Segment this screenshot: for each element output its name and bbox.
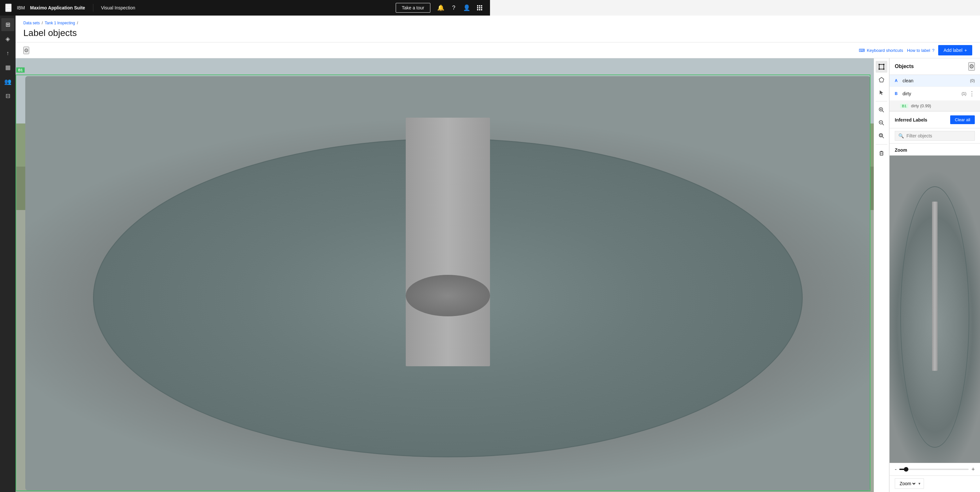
- breadcrumb: Data sets / Tank 1 Inspecting /: [23, 21, 490, 25]
- top-nav: ☰ IBM Maximo Application Suite Visual In…: [0, 0, 490, 16]
- canvas-area: B1: [16, 58, 490, 246]
- toolbar: ⚙ ⌨ Keyboard shortcuts How to label ? Ad…: [16, 43, 490, 58]
- sidebar-item-diamond[interactable]: ◈: [1, 32, 14, 45]
- sidebar-item-grid[interactable]: ⊞: [1, 18, 14, 31]
- breadcrumb-sep-2: /: [77, 21, 78, 25]
- user-icon[interactable]: 👤: [461, 3, 472, 13]
- breadcrumb-sep-1: /: [42, 21, 43, 25]
- notification-icon[interactable]: 🔔: [436, 3, 446, 13]
- product-name: Visual Inspection: [101, 5, 135, 10]
- sidebar-item-upload[interactable]: ↑: [1, 47, 14, 60]
- left-sidebar: ⊞ ◈ ↑ ▦ 👥 ⊟: [0, 16, 16, 246]
- nav-divider: [93, 4, 93, 12]
- page-header: Data sets / Tank 1 Inspecting / Label ob…: [16, 16, 490, 43]
- brand: IBM Maximo Application Suite: [17, 5, 85, 10]
- sidebar-item-stack[interactable]: ⊟: [1, 89, 14, 102]
- tour-button[interactable]: Take a tour: [396, 3, 430, 13]
- breadcrumb-datasets[interactable]: Data sets: [23, 21, 40, 25]
- tank-area: [25, 76, 490, 246]
- tank-bridge: [406, 118, 490, 246]
- help-icon[interactable]: ?: [449, 3, 459, 13]
- image-background: B1: [16, 58, 490, 246]
- sidebar-item-people[interactable]: 👥: [1, 75, 14, 88]
- bbox-label: B1: [16, 67, 25, 73]
- sidebar-item-chart[interactable]: ▦: [1, 61, 14, 74]
- main-content: Data sets / Tank 1 Inspecting / Label ob…: [16, 16, 490, 246]
- menu-icon[interactable]: ☰: [5, 3, 12, 12]
- image-canvas[interactable]: B1: [16, 58, 490, 246]
- brand-ibm: IBM: [17, 5, 25, 10]
- brand-name: Maximo Application Suite: [30, 5, 85, 10]
- top-nav-icons: 🔔 ? 👤: [436, 3, 485, 13]
- apps-grid-icon[interactable]: [474, 3, 485, 13]
- breadcrumb-tank[interactable]: Tank 1 Inspecting: [45, 21, 75, 25]
- page-title: Label objects: [23, 28, 490, 38]
- filter-icon-button[interactable]: ⚙: [23, 47, 29, 54]
